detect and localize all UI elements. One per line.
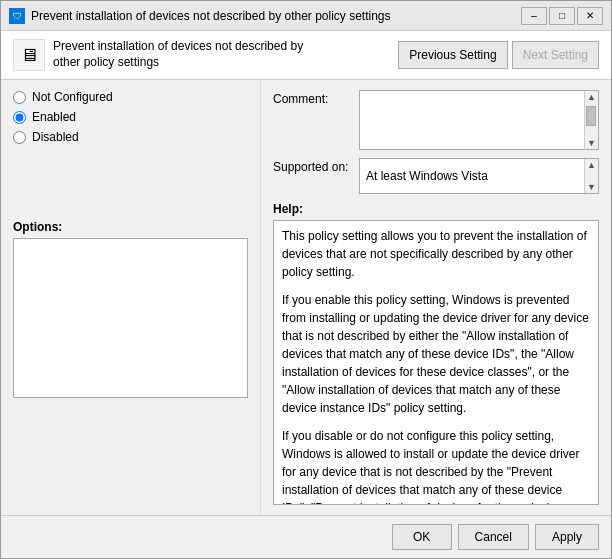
help-paragraph-3: If you disable or do not configure this …: [282, 427, 590, 505]
radio-not-configured[interactable]: Not Configured: [13, 90, 248, 104]
comment-label: Comment:: [273, 90, 353, 106]
close-button[interactable]: ✕: [577, 7, 603, 25]
comment-row: Comment: ▲ ▼: [273, 90, 599, 150]
radio-disabled[interactable]: Disabled: [13, 130, 248, 144]
main-dialog: 🛡 Prevent installation of devices not de…: [0, 0, 612, 559]
supported-scroll-track: [585, 172, 598, 180]
comment-scroll-track: [585, 104, 598, 136]
comment-scroll-up[interactable]: ▲: [587, 92, 596, 102]
help-label: Help:: [273, 202, 599, 216]
header-buttons: Previous Setting Next Setting: [398, 41, 599, 69]
next-setting-button[interactable]: Next Setting: [512, 41, 599, 69]
help-paragraph-2: If you enable this policy setting, Windo…: [282, 291, 590, 417]
dialog-icon: 🛡: [9, 8, 25, 24]
supported-label: Supported on:: [273, 158, 353, 174]
main-content: Not Configured Enabled Disabled Options:: [1, 80, 611, 515]
footer: OK Cancel Apply: [1, 515, 611, 558]
header-title: Prevent installation of devices not desc…: [53, 39, 313, 70]
minimize-button[interactable]: –: [521, 7, 547, 25]
title-bar: 🛡 Prevent installation of devices not de…: [1, 1, 611, 31]
radio-not-configured-input[interactable]: [13, 91, 26, 104]
left-panel: Not Configured Enabled Disabled Options:: [1, 80, 261, 515]
header-section: 🖥 Prevent installation of devices not de…: [1, 31, 611, 80]
comment-scroll-thumb[interactable]: [586, 106, 596, 126]
radio-enabled-label: Enabled: [32, 110, 76, 124]
radio-enabled-input[interactable]: [13, 111, 26, 124]
supported-scroll-down[interactable]: ▼: [587, 182, 596, 192]
policy-icon: 🖥: [13, 39, 45, 71]
radio-disabled-input[interactable]: [13, 131, 26, 144]
help-paragraph-1: This policy setting allows you to preven…: [282, 227, 590, 281]
radio-enabled[interactable]: Enabled: [13, 110, 248, 124]
radio-group: Not Configured Enabled Disabled: [13, 90, 248, 150]
supported-row: Supported on: At least Windows Vista ▲ ▼: [273, 158, 599, 194]
supported-scrollbar: ▲ ▼: [584, 159, 598, 193]
comment-textarea[interactable]: [360, 91, 598, 149]
supported-value: At least Windows Vista: [366, 169, 584, 183]
supported-scroll-up[interactable]: ▲: [587, 160, 596, 170]
comment-scrollbar[interactable]: ▲ ▼: [584, 91, 598, 149]
comment-scroll-down[interactable]: ▼: [587, 138, 596, 148]
radio-disabled-label: Disabled: [32, 130, 79, 144]
dialog-title: Prevent installation of devices not desc…: [31, 9, 391, 23]
previous-setting-button[interactable]: Previous Setting: [398, 41, 507, 69]
options-box: [13, 238, 248, 398]
window-controls: – □ ✕: [521, 7, 603, 25]
right-panel: Comment: ▲ ▼ Supported on: At least Wind…: [261, 80, 611, 515]
title-bar-left: 🛡 Prevent installation of devices not de…: [9, 8, 391, 24]
options-label: Options:: [13, 220, 248, 234]
header-title-area: 🖥 Prevent installation of devices not de…: [13, 39, 398, 71]
maximize-button[interactable]: □: [549, 7, 575, 25]
radio-not-configured-label: Not Configured: [32, 90, 113, 104]
help-section: Help: This policy setting allows you to …: [273, 202, 599, 505]
ok-button[interactable]: OK: [392, 524, 452, 550]
cancel-button[interactable]: Cancel: [458, 524, 529, 550]
help-box[interactable]: This policy setting allows you to preven…: [273, 220, 599, 505]
apply-button[interactable]: Apply: [535, 524, 599, 550]
